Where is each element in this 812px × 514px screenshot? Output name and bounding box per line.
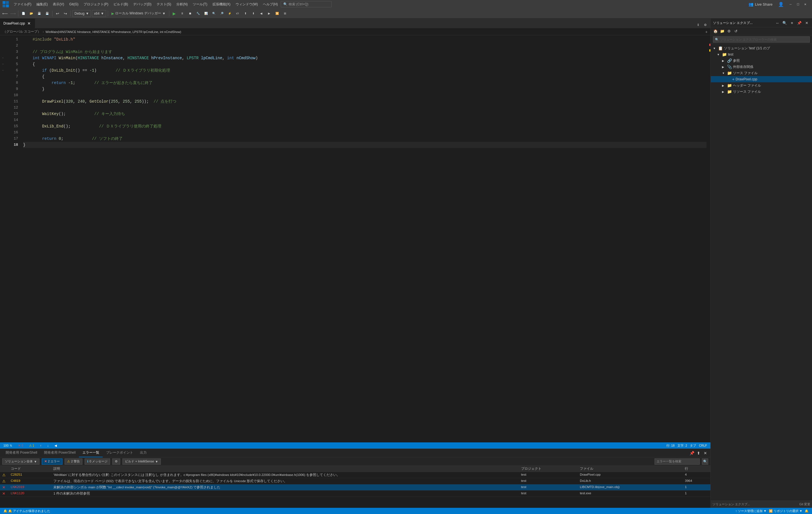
undo-button[interactable]: ↩ xyxy=(54,10,61,17)
navigate-back-button[interactable]: ⟵ xyxy=(2,10,8,17)
tab-breakpoints[interactable]: ブレークポイント xyxy=(103,449,137,457)
col-line[interactable]: 行 xyxy=(683,466,710,472)
menu-view[interactable]: 表示(V) xyxy=(51,1,66,8)
menu-edit[interactable]: 編集(E) xyxy=(34,1,50,8)
col-project[interactable]: プロジェクト xyxy=(519,466,578,472)
tab-drawpixel[interactable]: DrawPixel.cpp ✕ xyxy=(0,19,35,28)
sidebar-close-button[interactable]: ✕ xyxy=(804,20,810,26)
error-status[interactable]: ✕ 0 xyxy=(17,443,24,449)
platform-dropdown[interactable]: x64 ▼ xyxy=(92,10,106,17)
minimize-button[interactable]: ─ xyxy=(787,1,794,8)
toolbar-btn-15[interactable]: ⬇ xyxy=(250,10,257,17)
tree-resource-files[interactable]: ▶ 📁 リソース ファイル xyxy=(711,89,812,95)
toolbar-btn-19[interactable]: ⊞ xyxy=(282,10,288,17)
debug-config-dropdown[interactable]: Debug ▼ xyxy=(72,10,91,17)
tree-external-deps[interactable]: ▶ 📎 外部依存関係 xyxy=(711,64,812,70)
tab-output[interactable]: 出力 xyxy=(137,449,150,457)
up-nav-button[interactable]: ↑ xyxy=(39,443,43,449)
panel-maximize-button[interactable]: ⬆ xyxy=(696,450,701,456)
scope-filter[interactable]: ソリューション全体 ▼ xyxy=(2,458,39,465)
encoding-status[interactable]: CRLF xyxy=(698,444,708,447)
redo-button[interactable]: ↪ xyxy=(62,10,69,17)
breadcrumb-function[interactable]: WinMain(HINSTANCE hInstance, HINSTANCE h… xyxy=(46,30,181,34)
open-button[interactable]: 📂 xyxy=(28,10,35,17)
tree-project[interactable]: ▼ 📁 test xyxy=(711,51,812,58)
warnings-filter[interactable]: ⚠ 2 警告 xyxy=(65,458,82,465)
fold-5[interactable]: − xyxy=(0,61,6,67)
run-debugger-button[interactable]: ▶ ローカル Windows デバッガー ▼ xyxy=(110,10,167,17)
editor-panel-toggle[interactable]: ⇕ xyxy=(695,22,701,28)
tab-powershell-1[interactable]: 開発者用 PowerShell xyxy=(2,449,40,457)
menu-analyze[interactable]: 分析(N) xyxy=(174,1,190,8)
tree-solution[interactable]: ▼ 📋 ソリューション 'test' (1/1 のプ xyxy=(711,45,812,51)
toolbar-btn-7[interactable]: ⏹ xyxy=(187,10,194,17)
error-row-1[interactable]: ⚠C4819ファイルは、現在のコード ページ (932) で表示できない文字を含… xyxy=(0,478,710,484)
sidebar-sync-button[interactable]: ↔ xyxy=(774,20,780,26)
menu-test[interactable]: テスト(S) xyxy=(154,1,174,8)
tree-source-files[interactable]: ▼ 📁 ソース ファイル xyxy=(711,70,812,76)
toolbar-btn-12[interactable]: ⚡ xyxy=(226,10,233,17)
maximize-button[interactable]: ☐ xyxy=(794,1,801,8)
toolbar-btn-17[interactable]: ▶ xyxy=(266,10,272,17)
toolbar-btn-6[interactable]: ⏸ xyxy=(179,10,186,17)
error-row-3[interactable]: ✕LNK11201 件の未解決の外部参照testtest.exe1 xyxy=(0,491,710,497)
new-project-button[interactable]: 📄 xyxy=(20,10,27,17)
down-nav-button[interactable]: ↓ xyxy=(46,443,50,449)
live-share-button[interactable]: 👥 Live Share xyxy=(746,1,775,8)
breadcrumb-scope[interactable]: （グローバル スコープ） xyxy=(3,29,41,34)
tab-close-button[interactable]: ✕ xyxy=(27,21,31,26)
save-all-button[interactable]: 💾 xyxy=(44,10,51,17)
navigate-forward-button[interactable]: ⟶ xyxy=(9,10,17,17)
sidebar-settings-button[interactable]: ≡ xyxy=(789,20,795,26)
messages-filter[interactable]: ℹ 0 メッセージ xyxy=(85,458,110,465)
col-status[interactable]: 文字: 2 xyxy=(676,444,688,448)
col-file[interactable]: ファイル xyxy=(578,466,683,472)
toolbar-btn-16[interactable]: ◀ xyxy=(258,10,265,17)
menu-git[interactable]: Git(G) xyxy=(67,1,81,7)
tree-header-files[interactable]: ▶ 📁 ヘッダー ファイル xyxy=(711,82,812,89)
sidebar-folder-button[interactable]: 📁 xyxy=(719,28,725,34)
tab-powershell-2[interactable]: 開発者用 PowerShell xyxy=(40,449,79,457)
menu-file[interactable]: ファイル(F) xyxy=(11,1,34,8)
sidebar-search-bar[interactable]: 🔍 ソリューション エクスプローラーの検索 xyxy=(711,35,812,44)
notification-icon-status[interactable]: 🔔 🔔 アイテムが保存されました xyxy=(2,508,51,514)
col-desc[interactable]: 説明 xyxy=(51,466,519,472)
error-row-0[interactable]: ⚠C28251'WinMain' に対する整合性のない注釈: このインスタンスに… xyxy=(0,472,710,478)
menu-tools[interactable]: ツール(T) xyxy=(191,1,209,8)
panel-pin-button[interactable]: 📌 xyxy=(689,450,695,456)
toolbar-btn-13[interactable]: 🏷 xyxy=(234,10,241,17)
toolbar-btn-11[interactable]: 🔎 xyxy=(219,10,225,17)
menu-extensions[interactable]: 拡張機能(X) xyxy=(210,1,233,8)
save-button[interactable]: 💾 xyxy=(36,10,42,17)
editor-settings[interactable]: ⚙ xyxy=(702,22,709,28)
indent-status[interactable]: タブ xyxy=(689,444,697,448)
menu-help[interactable]: ヘルプ(H) xyxy=(261,1,280,8)
toolbar-btn-14[interactable]: ⬆ xyxy=(242,10,249,17)
error-table[interactable]: コード 説明 プロジェクト ファイル 行 ⚠C28251'WinMain' に対… xyxy=(0,466,710,508)
start-button[interactable]: ▶ xyxy=(171,10,178,17)
toolbar-btn-8[interactable]: 🔧 xyxy=(195,10,201,17)
filter-settings-btn[interactable]: ⚙ xyxy=(112,458,120,465)
close-button[interactable]: ✕ xyxy=(802,1,809,8)
menu-window[interactable]: ウィンドウ(W) xyxy=(233,1,260,8)
line-status[interactable]: 行: 18 xyxy=(665,444,676,448)
tree-references[interactable]: ▶ 🔗 参照 xyxy=(711,58,812,64)
breadcrumb-add-button[interactable]: + xyxy=(705,30,707,34)
sidebar-settings2-button[interactable]: ⚙ xyxy=(726,28,732,34)
sidebar-pin-button[interactable]: 📌 xyxy=(796,20,803,26)
prev-diff-button[interactable]: ◀ xyxy=(53,443,58,449)
zoom-status[interactable]: 100 ％ xyxy=(2,443,13,449)
repo-select-button[interactable]: 🔀 リポジトリの選択 ▼ xyxy=(768,509,804,513)
sidebar-refresh-button[interactable]: ↺ xyxy=(733,28,739,34)
error-search-box[interactable]: エラー一覧を検索 xyxy=(655,458,700,465)
toolbar-btn-18[interactable]: 🔀 xyxy=(274,10,281,17)
code-content[interactable]: #include "DxLib.h" // プログラムは WinMain から始… xyxy=(21,35,706,443)
source-control-button[interactable]: ↑ ソース管理に追加 ▼ xyxy=(734,509,768,513)
menu-project[interactable]: プロジェクト(P) xyxy=(81,1,111,8)
build-filter[interactable]: ビルド + IntelliSense ▼ xyxy=(122,458,161,465)
toolbar-btn-9[interactable]: 📊 xyxy=(203,10,209,17)
errors-filter[interactable]: ✕ 2 エラー xyxy=(42,458,62,465)
account-button[interactable]: 👤 xyxy=(777,0,785,8)
menu-build[interactable]: ビルド(B) xyxy=(111,1,130,8)
error-row-2[interactable]: ✕LNK2019未解決の外部シンボル main が関数 "int __cdecl… xyxy=(0,484,710,491)
